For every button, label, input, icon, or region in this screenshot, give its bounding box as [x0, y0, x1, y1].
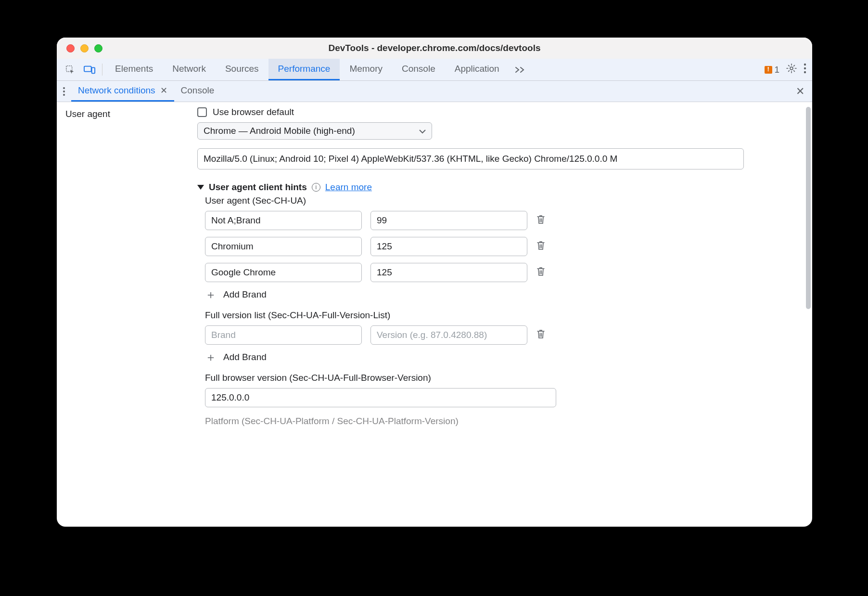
traffic-lights [66, 44, 102, 52]
user-agent-settings: Use browser default Chrome — Android Mob… [197, 102, 812, 527]
user-agent-string-input[interactable]: Mozilla/5.0 (Linux; Android 10; Pixel 4)… [197, 148, 744, 169]
brand-row [205, 237, 800, 256]
close-window-icon[interactable] [66, 44, 75, 52]
minimize-window-icon[interactable] [80, 44, 89, 52]
main-tab-bar: Elements Network Sources Performance Mem… [57, 59, 812, 81]
add-brand-button[interactable]: ＋ Add Brand [205, 289, 800, 300]
svg-rect-2 [92, 67, 95, 73]
zoom-window-icon[interactable] [94, 44, 102, 52]
tab-sources[interactable]: Sources [216, 59, 268, 80]
tab-network[interactable]: Network [163, 59, 216, 80]
add-brand-button[interactable]: ＋ Add Brand [205, 351, 800, 363]
chevron-down-icon [419, 126, 426, 136]
devtools-window: DevTools - developer.chrome.com/docs/dev… [57, 38, 812, 527]
window-title: DevTools - developer.chrome.com/docs/dev… [57, 43, 812, 53]
drawer-tab-console[interactable]: Console [174, 81, 221, 102]
user-agent-select-value: Chrome — Android Mobile (high-end) [204, 126, 355, 136]
brand-version-input[interactable] [370, 263, 527, 282]
use-browser-default-checkbox[interactable] [197, 107, 207, 117]
main-tabs: Elements Network Sources Performance Mem… [105, 59, 765, 80]
svg-point-5 [804, 67, 806, 69]
full-browser-version-input[interactable] [205, 388, 556, 407]
svg-point-8 [63, 91, 65, 92]
tab-memory[interactable]: Memory [340, 59, 392, 80]
use-browser-default-label: Use browser default [213, 107, 294, 117]
full-version-row [205, 325, 800, 345]
svg-point-9 [63, 94, 65, 96]
client-hints-section-header[interactable]: User agent client hints i Learn more [197, 182, 800, 193]
scrollbar-thumb[interactable] [806, 107, 811, 309]
brand-version-input[interactable] [370, 211, 527, 230]
full-version-version-input[interactable] [370, 325, 527, 345]
issues-badge[interactable]: 1 [765, 65, 779, 75]
drawer-tab-bar: Network conditions ✕ Console ✕ [57, 81, 812, 102]
more-tabs-icon[interactable] [509, 59, 532, 80]
svg-point-4 [804, 64, 806, 65]
settings-icon[interactable] [786, 63, 797, 76]
brand-row [205, 263, 800, 282]
device-toolbar-icon[interactable] [80, 59, 99, 80]
full-version-brand-input[interactable] [205, 325, 362, 345]
trash-icon[interactable] [536, 329, 546, 342]
tab-console[interactable]: Console [392, 59, 445, 80]
learn-more-link[interactable]: Learn more [325, 182, 372, 193]
svg-rect-1 [84, 66, 91, 71]
more-menu-icon[interactable] [804, 63, 806, 76]
plus-icon: ＋ [205, 289, 217, 300]
user-agent-select[interactable]: Chrome — Android Mobile (high-end) [197, 122, 432, 140]
close-drawer-icon[interactable]: ✕ [796, 85, 812, 98]
tab-elements[interactable]: Elements [105, 59, 163, 80]
inspect-element-icon[interactable] [61, 59, 80, 80]
brand-name-input[interactable] [205, 237, 362, 256]
sec-ch-ua-label: User agent (Sec-CH-UA) [205, 195, 800, 206]
chevron-down-icon [197, 185, 204, 190]
brand-name-input[interactable] [205, 211, 362, 230]
trash-icon[interactable] [536, 266, 546, 279]
brand-name-input[interactable] [205, 263, 362, 282]
svg-point-6 [804, 71, 806, 73]
window-titlebar: DevTools - developer.chrome.com/docs/dev… [57, 38, 812, 59]
toolbar-right: 1 [765, 59, 812, 80]
trash-icon[interactable] [536, 214, 546, 227]
warning-icon [765, 66, 772, 74]
tab-application[interactable]: Application [445, 59, 509, 80]
info-icon[interactable]: i [312, 183, 320, 192]
trash-icon[interactable] [536, 240, 546, 253]
brand-version-input[interactable] [370, 237, 527, 256]
issues-count: 1 [774, 65, 779, 75]
brand-row [205, 211, 800, 230]
full-browser-version-label: Full browser version (Sec-CH-UA-Full-Bro… [205, 373, 800, 383]
drawer-more-icon[interactable] [57, 87, 71, 96]
plus-icon: ＋ [205, 351, 217, 363]
full-version-list-label: Full version list (Sec-CH-UA-Full-Versio… [205, 310, 800, 321]
user-agent-label: User agent [57, 102, 197, 527]
network-conditions-panel: User agent Use browser default Chrome — … [57, 102, 812, 527]
drawer-tab-network-conditions[interactable]: Network conditions ✕ [71, 81, 174, 102]
platform-label-cutoff: Platform (Sec-CH-UA-Platform / Sec-CH-UA… [205, 416, 800, 427]
svg-point-7 [63, 87, 65, 89]
close-drawer-tab-icon[interactable]: ✕ [160, 85, 167, 96]
svg-point-3 [790, 67, 793, 70]
tab-performance[interactable]: Performance [268, 59, 340, 80]
